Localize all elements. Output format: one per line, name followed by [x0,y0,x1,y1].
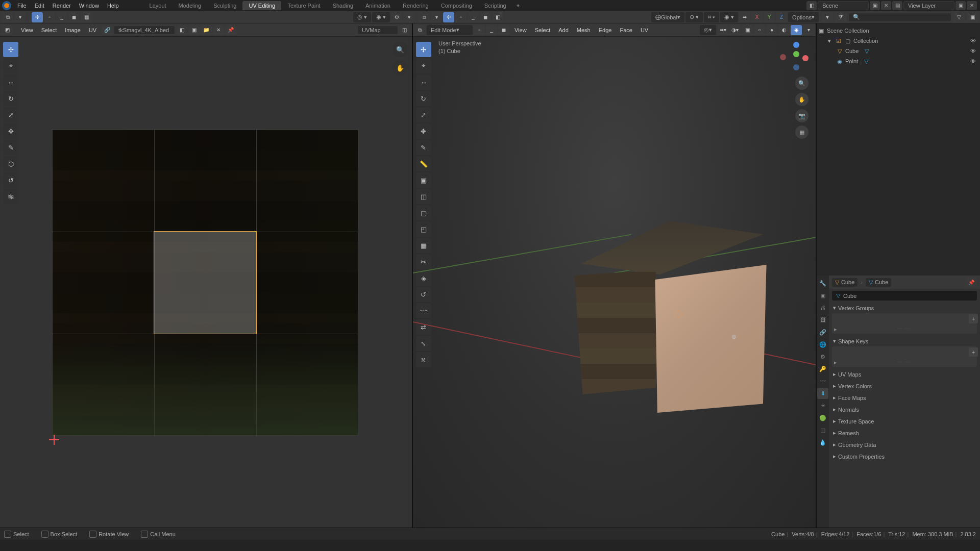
visibility-toggle[interactable]: 👁 [970,58,979,64]
tab-modeling[interactable]: Modeling [173,1,208,10]
prop-tab-9[interactable]: ⬇ [817,388,828,399]
image-new-icon[interactable]: ▣ [188,25,200,35]
menu-help[interactable]: Help [103,1,123,10]
scale-tool[interactable]: ⤢ [3,107,18,122]
rotate-tool[interactable]: ↻ [3,91,18,106]
vp-menu-add[interactable]: Add [554,26,573,35]
uv-menu-view[interactable]: View [17,26,37,35]
section-uv-maps[interactable]: ▸UV Maps [832,369,977,380]
tab-layout[interactable]: Layout [143,1,173,10]
overlay-icon[interactable]: ◑▾ [729,25,741,35]
edge-component-icon[interactable]: ⎯ [486,25,497,35]
uv-options-drop-icon[interactable]: ▾ [403,12,414,22]
prop-tab-0[interactable]: 🔧 [817,278,828,289]
uv-options-icon[interactable]: ⚙ [391,12,402,22]
drag-handle-icon[interactable]: ⋯⋯ [897,326,912,333]
tree-item-cube[interactable]: ▽Cube▽👁 [818,46,979,56]
image-pin-icon[interactable]: 📌 [225,25,236,35]
pinch-tool[interactable]: ↹ [3,189,18,204]
face-component-icon[interactable]: ◼ [498,25,509,35]
axis-z-toggle[interactable]: Z [776,12,787,22]
section-shape-keys[interactable]: ▾Shape Keys [832,336,977,346]
pivot-drop[interactable]: ⊙ ▾ [685,12,703,22]
vp-menu-edge[interactable]: Edge [595,26,616,35]
viewlayer-icon[interactable]: ▤ [892,1,902,10]
section-vertex-colors[interactable]: ▸Vertex Colors [832,381,977,391]
vp-menu-view[interactable]: View [510,26,531,35]
vertex-select-icon[interactable]: ▫ [44,12,55,22]
wire-shade-icon[interactable]: ○ [754,25,765,35]
prop-tab-6[interactable]: ⚙ [817,351,828,362]
face-mode-icon[interactable]: ◼ [480,12,491,22]
shading-drop-icon[interactable]: ▾ [803,25,814,35]
edge-select-icon[interactable]: ⎯ [56,12,67,22]
tree-scene-collection[interactable]: ▣ Scene Collection [818,26,979,36]
scene-name-field[interactable]: Scene [818,1,869,10]
add-button[interactable]: + [969,347,978,357]
new-scene-button[interactable]: ▣ [870,1,880,10]
outliner-filter-icon[interactable]: ▼ [822,12,833,22]
expand-icon[interactable]: ▸ [834,326,837,333]
gizmo-icon[interactable]: ⬌▾ [717,25,728,35]
prop-tab-1[interactable]: ▣ [817,290,828,301]
prop-tab-7[interactable]: 🔑 [817,363,828,374]
prop-tab-8[interactable]: 〰 [817,375,828,387]
section-face-maps[interactable]: ▸Face Maps [832,392,977,403]
prop-tab-2[interactable]: 🖨 [817,302,828,313]
uv-channel-icon[interactable]: ◫ [399,25,410,35]
face-select-icon[interactable]: ◼ [68,12,80,22]
vp-menu-uv[interactable]: UV [636,26,652,35]
disclosure-icon[interactable]: ▾ [826,38,833,44]
cube-front-face[interactable] [655,265,766,413]
section-normals[interactable]: ▸Normals [832,404,977,415]
prop-tab-13[interactable]: 💧 [817,437,828,448]
delete-scene-button[interactable]: ✕ [881,1,891,10]
image-unlink-icon[interactable]: ✕ [213,25,224,35]
data-name-field[interactable]: ▽ Cube [832,291,977,300]
drop-icon[interactable]: ▾ [14,12,26,22]
uv-menu-select[interactable]: Select [37,26,61,35]
prop-tab-4[interactable]: 🔗 [817,327,828,338]
uv-canvas[interactable]: ✢ ⌖ ↔ ↻ ⤢ ✥ ✎ ⬡ ↺ ↹ 🔍 ✋ [0,37,412,528]
matprev-shade-icon[interactable]: ◐ [778,25,790,35]
cube-side-face[interactable] [574,259,656,394]
menu-render[interactable]: Render [48,1,75,10]
uv-snap-drop[interactable]: ◎ ▾ [353,12,371,22]
cursor-tool[interactable]: ⌖ [3,58,18,73]
uv-editor-type-icon[interactable]: ◩ [2,25,13,35]
island-select-icon[interactable]: ▦ [81,12,92,22]
tab-shading[interactable]: Shading [327,1,359,10]
section-geometry-data[interactable]: ▸Geometry Data [832,439,977,450]
vp-editor-type-icon[interactable]: ⧉ [414,25,426,35]
pin-icon[interactable]: 📌 [966,277,977,287]
cursor-mode-icon[interactable]: ✢ [32,12,43,22]
visibility-toggle[interactable]: 👁 [970,48,979,54]
image-open-icon[interactable]: 📁 [201,25,212,35]
expand-icon[interactable]: ▸ [834,359,837,366]
uv-menu-uv[interactable]: UV [85,26,101,35]
prop-tab-5[interactable]: 🌐 [817,339,828,350]
image-link-icon[interactable]: 🔗 [102,25,113,35]
checkbox-icon[interactable]: ☑ [835,38,842,44]
solid-shade-icon[interactable]: ● [766,25,777,35]
uv-prop-drop[interactable]: ◉ ▾ [372,12,390,22]
orientation-drop[interactable]: ⨁ Global ▾ [651,12,684,22]
pan-icon[interactable]: ✋ [393,60,408,76]
snap-drop[interactable]: ⌗ ▾ [704,12,719,22]
visibility-drop[interactable]: ◎▾ [700,25,716,35]
visibility-toggle[interactable]: 👁 [970,38,979,44]
tab-animation[interactable]: Animation [359,1,397,10]
tab-uv-editing[interactable]: UV Editing [242,1,281,10]
image-name-field[interactable]: tkSmagvl_4K_Albed [114,26,175,35]
drag-handle-icon[interactable]: ⋯⋯ [897,359,912,366]
tab-texture-paint[interactable]: Texture Paint [281,1,326,10]
uv-sync-icon[interactable]: ⧉ [2,12,13,22]
prop-tab-11[interactable]: 🟢 [817,412,828,423]
vertex-component-icon[interactable]: ▫ [474,25,485,35]
section-texture-space[interactable]: ▸Texture Space [832,416,977,427]
move-tool[interactable]: ↔ [3,74,18,90]
viewport-canvas[interactable]: ✢ ⌖ ↔ ↻ ⤢ ✥ ✎ 📏 ▣ ◫ ▢ ◰ ▦ ✂ ◈ ↺ 〰 ⇄ ⤡ ⤲ [413,37,816,528]
mode-select[interactable]: Edit Mode ▾ [427,25,473,35]
delete-viewlayer-button[interactable]: ✕ [967,1,977,10]
tree-collection[interactable]: ▾ ☑ ▢ Collection 👁 [818,36,979,46]
